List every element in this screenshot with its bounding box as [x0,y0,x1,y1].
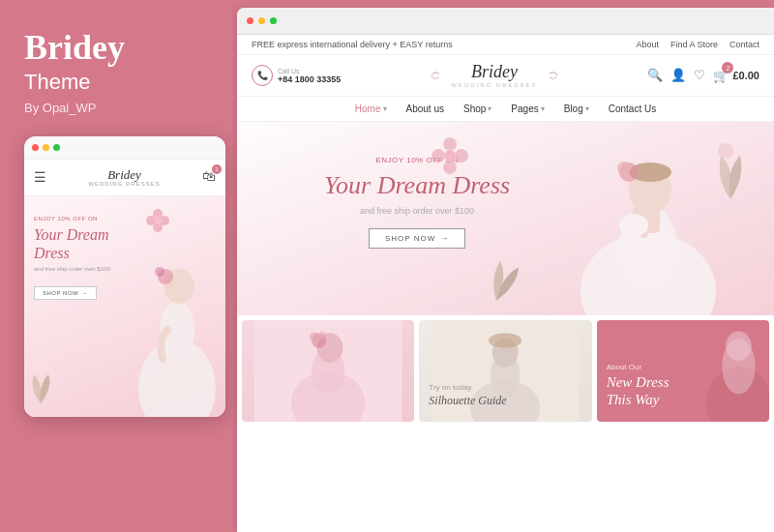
svg-point-30 [319,332,327,340]
mobile-mockup: ☰ Bridey WEDDING DRESSES 🛍 2 [24,136,225,417]
product-card-2[interactable]: Try on today Silhouette Guide [419,320,591,422]
nav-item-shop[interactable]: Shop ▾ [463,103,491,114]
logo-text: Bridey [451,63,537,82]
brand-subtitle: Theme [24,70,90,95]
browser-titlebar [237,8,774,35]
card-2-label: Try on today [429,383,506,392]
svg-point-11 [455,149,468,163]
nav-blog-chevron: ▾ [585,104,589,113]
nav-item-home[interactable]: Home ▾ [355,103,387,114]
left-panel: Bridey Theme By Opal_WP ☰ Bridey WEDDING… [0,0,232,532]
mobile-logo-sub: WEDDING DRESSES [88,181,160,187]
card-2-title: Silhouette Guide [429,394,506,408]
product-card-1[interactable] [242,320,414,422]
mobile-hero-tag: ENJOY 10% OFF ON [34,216,110,222]
mobile-cart-badge: 2 [212,164,222,174]
svg-point-12 [443,161,457,174]
card-3-overlay: About Our New DressThis Way [607,363,670,408]
announcement-text: FREE express international delivery + EA… [252,40,453,49]
store-header: 📞 Call Us +84 1800 33355 Bridey WEDDIN [237,55,774,97]
browser-dot-yellow [258,17,265,24]
mobile-logo: Bridey [88,168,160,181]
nav-pages-label: Pages [511,103,538,114]
logo-tagline: WEDDING DRESSES [451,82,537,89]
nav-item-about[interactable]: About us [406,103,444,114]
browser-dot-red [247,17,253,24]
nav-item-blog[interactable]: Blog ▾ [564,103,589,114]
phone-number: +84 1800 33355 [278,74,341,84]
svg-point-22 [619,214,648,237]
nav-pages-chevron: ▾ [541,104,545,113]
mobile-header: ☰ Bridey WEDDING DRESSES 🛍 2 [24,160,225,196]
flower-deco-1 [143,206,172,239]
mobile-titlebar [24,136,225,160]
search-icon[interactable]: 🔍 [647,68,663,83]
card-3-title: New DressThis Way [607,373,670,408]
mobile-cart-icon[interactable]: 🛍 2 [202,169,216,185]
mobile-hero: ENJOY 10% OFF ON Your Dream Dress and fr… [24,196,225,417]
svg-point-29 [310,333,319,342]
mobile-hero-title: Your Dream Dress [34,225,110,262]
mobile-hero-sub: and free ship order over $100 [34,266,110,272]
nav-item-contact[interactable]: Contact Us [609,103,656,114]
store-logo[interactable]: Bridey WEDDING DRESSES [431,63,557,88]
dot-green [53,144,60,151]
hero-floral-right [706,141,755,203]
svg-point-35 [489,334,521,348]
nav-home-chevron: ▾ [383,104,387,113]
product-card-3[interactable]: About Our New DressThis Way [597,320,769,422]
leaf-deco [29,369,53,407]
header-phone: 📞 Call Us +84 1800 33355 [252,65,341,86]
mobile-logo-wrap: Bridey WEDDING DRESSES [88,168,160,187]
hero-subtitle: and free ship order over $100 [324,206,510,216]
nav-about-label: About us [406,103,444,114]
svg-point-39 [726,332,752,362]
browser-mockup: FREE express international delivery + EA… [237,8,774,532]
phone-icon: 📞 [252,65,273,86]
svg-point-23 [718,143,733,159]
store-logo-text: Bridey WEDDING DRESSES [451,63,537,88]
announcement-bar: FREE express international delivery + EA… [237,35,774,55]
nav-shop-label: Shop [463,103,486,114]
card-3-label: About Our [607,363,670,371]
cart-icon-container: 🛒 2 [713,67,729,84]
header-icons: 🔍 👤 ♡ 🛒 2 £0.00 [647,67,759,84]
phone-info: Call Us +84 1800 33355 [278,68,341,84]
svg-point-4 [154,217,162,224]
hero-text-content: ENJOY 10% OFF ON Your Dream Dress and fr… [324,156,510,248]
nav-home-label: Home [355,103,381,114]
announcement-links: About Find A Store Contact [636,40,759,49]
account-icon[interactable]: 👤 [670,68,686,83]
svg-point-14 [444,150,456,162]
cart-wrap[interactable]: 🛒 2 £0.00 [713,67,759,84]
announcement-link-contact[interactable]: Contact [729,40,759,49]
hero-flower-deco [431,136,469,179]
brand-title: Bridey [24,29,125,68]
hamburger-icon: ☰ [34,169,46,186]
logo-with-wings: Bridey WEDDING DRESSES [431,63,557,88]
nav-shop-chevron: ▾ [488,104,491,113]
svg-point-21 [617,162,631,175]
svg-point-13 [432,149,445,163]
announcement-link-about[interactable]: About [636,40,659,49]
brand-by: By Opal_WP [24,101,96,115]
svg-point-9 [155,267,164,277]
announcement-link-store[interactable]: Find A Store [670,40,718,49]
hero-section: ENJOY 10% OFF ON Your Dream Dress and fr… [237,122,774,315]
product-grid: Try on today Silhouette Guide About Our … [237,315,774,427]
mobile-shop-button[interactable]: SHOP NOW → [34,286,97,300]
bride-figure [129,223,225,417]
svg-point-10 [443,137,457,151]
phone-label: Call Us [278,68,341,74]
hero-shop-button[interactable]: SHOP NOW → [369,228,465,249]
nav-blog-label: Blog [564,103,583,114]
dot-yellow [43,144,49,151]
dot-red [32,144,39,151]
wishlist-icon[interactable]: ♡ [694,68,705,83]
cart-price: £0.00 [732,70,759,81]
nav-contact-label: Contact Us [609,103,656,114]
browser-dot-green [270,17,277,24]
hero-tag: ENJOY 10% OFF ON [324,156,510,164]
nav-item-pages[interactable]: Pages ▾ [511,103,544,114]
browser-content: FREE express international delivery + EA… [237,35,774,532]
